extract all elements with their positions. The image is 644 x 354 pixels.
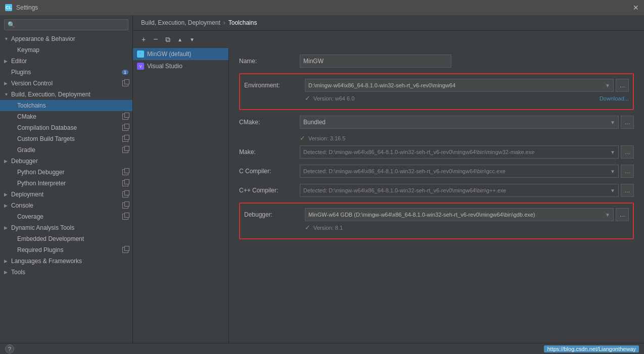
status-left: ?: [5, 344, 14, 353]
environment-section: Environment: D:\mingw-w64\x86_64-8.1.0-w…: [239, 73, 634, 110]
debugger-field: MinGW-w64 GDB (D:\mingw-w64\x86_64-8.1.0…: [305, 208, 629, 221]
sidebar-item-tools[interactable]: ▶ Tools: [0, 267, 132, 278]
title-bar-left: CL Settings: [5, 4, 38, 11]
sidebar-item-editor[interactable]: ▶ Editor: [0, 56, 132, 67]
toolchain-name: Visual Studio: [147, 63, 182, 70]
make-browse-button[interactable]: …: [621, 145, 634, 159]
environment-value: D:\mingw-w64\x86_64-8.1.0-win32-seh-rt_v…: [308, 82, 455, 88]
copy-icon: [122, 169, 128, 175]
sidebar-item-label: Version Control: [11, 80, 120, 87]
sidebar-item-label: CMake: [17, 113, 120, 120]
cpp-compiler-browse-button[interactable]: …: [621, 184, 634, 197]
sidebar-item-compilation-db[interactable]: Compilation Database: [0, 122, 132, 133]
cpp-compiler-value: Detected: D:\mingw-w64\x86_64-8.1.0-win3…: [303, 187, 507, 193]
environment-field: D:\mingw-w64\x86_64-8.1.0-win32-seh-rt_v…: [305, 79, 629, 92]
sidebar-item-label: Dynamic Analysis Tools: [11, 224, 128, 231]
sidebar-item-dynamic-analysis[interactable]: ▶ Dynamic Analysis Tools: [0, 222, 132, 233]
move-down-button[interactable]: ▼: [187, 34, 198, 45]
sidebar-item-label: Python Debugger: [17, 169, 120, 176]
copy-icon: [122, 191, 128, 197]
sidebar-item-debugger[interactable]: ▶ Debugger: [0, 156, 132, 167]
sidebar-item-label: Console: [11, 202, 120, 209]
cpp-compiler-field: Detected: D:\mingw-w64\x86_64-8.1.0-win3…: [300, 184, 634, 197]
arrow-icon: ▶: [4, 81, 10, 86]
sidebar-item-label: Languages & Frameworks: [11, 258, 128, 265]
environment-label: Environment:: [244, 82, 305, 89]
cmake-version-row: ✓ Version: 3.16.5: [300, 134, 634, 142]
copy-icon: [122, 180, 128, 186]
move-up-button[interactable]: ▲: [174, 34, 186, 45]
sidebar-item-label: Custom Build Targets: [17, 135, 120, 142]
help-button[interactable]: ?: [5, 344, 14, 353]
sidebar-item-version-control[interactable]: ▶ Version Control: [0, 78, 132, 89]
sidebar-item-toolchains[interactable]: Toolchains: [0, 100, 132, 111]
c-compiler-browse-button[interactable]: …: [621, 165, 634, 178]
sidebar-item-label: Build, Execution, Deployment: [11, 91, 128, 98]
debugger-version-check-icon: ✓: [305, 224, 310, 231]
sidebar-item-deployment[interactable]: ▶ Deployment: [0, 189, 132, 200]
copy-icon: [122, 136, 128, 142]
debugger-dropdown[interactable]: MinGW-w64 GDB (D:\mingw-w64\x86_64-8.1.0…: [305, 208, 614, 221]
download-link[interactable]: Download...: [600, 95, 629, 102]
breadcrumb-separator: ›: [223, 19, 225, 26]
sidebar-item-label: Editor: [11, 58, 128, 65]
close-button[interactable]: ✕: [633, 4, 639, 12]
cpp-compiler-label: C++ Compiler:: [239, 187, 300, 194]
cmake-dropdown[interactable]: Bundled ▼: [300, 116, 619, 129]
remove-toolchain-button[interactable]: −: [150, 34, 161, 45]
copy-icon: [122, 125, 128, 131]
name-field: document.currentScript.previousElementSi…: [300, 55, 634, 68]
name-row: Name: document.currentScript.previousEle…: [239, 54, 634, 68]
add-toolchain-button[interactable]: +: [138, 34, 149, 45]
make-label: Make:: [239, 148, 300, 156]
name-input[interactable]: [300, 55, 451, 68]
sidebar-item-keymap[interactable]: Keymap: [0, 44, 132, 56]
sidebar-item-custom-build[interactable]: Custom Build Targets: [0, 133, 132, 144]
sidebar-item-coverage[interactable]: Coverage: [0, 211, 132, 222]
toolchains-content: + − ⧉ ▲ ▼ 🔧 MinGW (default) V: [133, 31, 644, 343]
make-dropdown[interactable]: Detected: D:\mingw-w64\x86_64-8.1.0-win3…: [300, 145, 619, 159]
sidebar-item-console[interactable]: ▶ Console: [0, 200, 132, 211]
cpp-compiler-dropdown[interactable]: Detected: D:\mingw-w64\x86_64-8.1.0-win3…: [300, 184, 619, 197]
sidebar-item-languages[interactable]: ▶ Languages & Frameworks: [0, 256, 132, 267]
split-pane: 🔧 MinGW (default) V Visual Studio Name:: [133, 48, 644, 343]
environment-browse-button[interactable]: …: [616, 79, 629, 92]
copy-icon: [122, 114, 128, 120]
breadcrumb-current: Toolchains: [228, 19, 257, 26]
arrow-icon: ▼: [4, 36, 10, 41]
search-bar: [0, 15, 132, 33]
arrow-icon: ▶: [4, 259, 10, 264]
environment-dropdown[interactable]: D:\mingw-w64\x86_64-8.1.0-win32-seh-rt_v…: [305, 79, 614, 92]
search-input[interactable]: [4, 19, 128, 30]
dropdown-arrow-icon: ▼: [605, 212, 610, 218]
debugger-row: Debugger: MinGW-w64 GDB (D:\mingw-w64\x8…: [244, 208, 629, 222]
sidebar-item-python-debugger[interactable]: Python Debugger: [0, 167, 132, 178]
sidebar-item-plugins[interactable]: Plugins 1: [0, 67, 132, 78]
sidebar-item-label: Required Plugins: [17, 246, 120, 254]
sidebar-item-embedded-dev[interactable]: Embedded Development: [0, 233, 132, 244]
debugger-version: Version: 8.1: [313, 225, 343, 231]
copy-toolchain-button[interactable]: ⧉: [162, 34, 173, 45]
c-compiler-field: Detected: D:\mingw-w64\x86_64-8.1.0-win3…: [300, 165, 634, 178]
arrow-icon: ▶: [4, 159, 10, 164]
debugger-browse-button[interactable]: …: [616, 208, 629, 221]
settings-form: Name: document.currentScript.previousEle…: [229, 48, 644, 343]
arrow-icon: ▶: [4, 225, 10, 230]
c-compiler-dropdown[interactable]: Detected: D:\mingw-w64\x86_64-8.1.0-win3…: [300, 165, 619, 178]
sidebar-item-label: Deployment: [11, 191, 120, 198]
arrow-icon: ▼: [4, 92, 10, 97]
environment-version: Version: w64 6.0: [313, 95, 354, 102]
sidebar-item-python-interpreter[interactable]: Python Interpreter: [0, 178, 132, 189]
copy-icon: [122, 203, 128, 209]
sidebar-item-cmake[interactable]: CMake: [0, 111, 132, 122]
toolchain-item-mingw[interactable]: 🔧 MinGW (default): [133, 48, 228, 60]
toolchain-item-vs[interactable]: V Visual Studio: [133, 60, 228, 72]
sidebar-item-label: Compilation Database: [17, 124, 120, 131]
copy-icon: [122, 147, 128, 153]
c-compiler-label: C Compiler:: [239, 168, 300, 175]
sidebar-item-appearance[interactable]: ▼ Appearance & Behavior: [0, 33, 132, 44]
sidebar-item-required-plugins[interactable]: Required Plugins: [0, 244, 132, 256]
sidebar-item-gradle[interactable]: Gradle: [0, 144, 132, 156]
cmake-browse-button[interactable]: …: [621, 116, 634, 129]
sidebar-item-build-execution[interactable]: ▼ Build, Execution, Deployment: [0, 89, 132, 100]
